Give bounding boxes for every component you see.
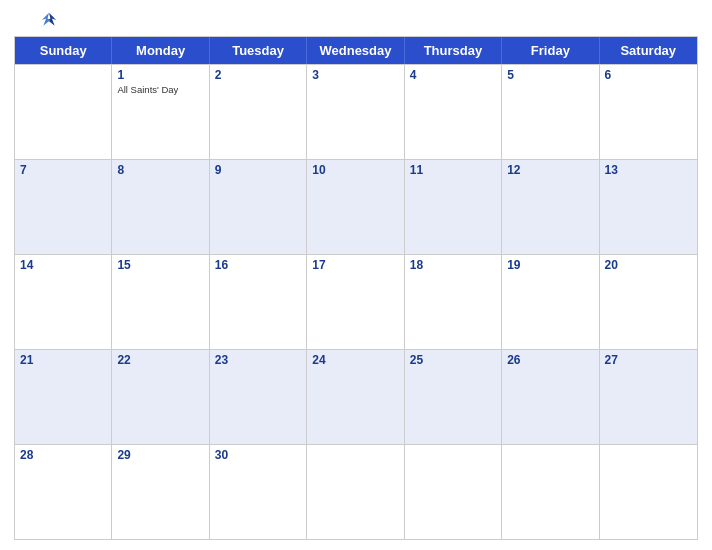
day-header-friday: Friday xyxy=(502,37,599,64)
day-cell: 23 xyxy=(210,350,307,444)
day-number: 25 xyxy=(410,353,496,367)
day-cell: 13 xyxy=(600,160,697,254)
day-header-sunday: Sunday xyxy=(15,37,112,64)
day-cell: 8 xyxy=(112,160,209,254)
day-cell: 19 xyxy=(502,255,599,349)
day-number: 13 xyxy=(605,163,692,177)
day-number: 18 xyxy=(410,258,496,272)
day-header-tuesday: Tuesday xyxy=(210,37,307,64)
day-number: 26 xyxy=(507,353,593,367)
day-number: 29 xyxy=(117,448,203,462)
day-cell: 22 xyxy=(112,350,209,444)
week-row-2: 78910111213 xyxy=(15,159,697,254)
day-cell: 5 xyxy=(502,65,599,159)
day-number: 10 xyxy=(312,163,398,177)
day-number: 17 xyxy=(312,258,398,272)
day-cell: 28 xyxy=(15,445,112,539)
day-number: 23 xyxy=(215,353,301,367)
week-row-4: 21222324252627 xyxy=(15,349,697,444)
day-cell: 1All Saints' Day xyxy=(112,65,209,159)
day-cell: 21 xyxy=(15,350,112,444)
day-cell: 14 xyxy=(15,255,112,349)
day-number: 15 xyxy=(117,258,203,272)
day-number: 9 xyxy=(215,163,301,177)
day-header-thursday: Thursday xyxy=(405,37,502,64)
day-number: 7 xyxy=(20,163,106,177)
day-cell: 16 xyxy=(210,255,307,349)
day-cell: 4 xyxy=(405,65,502,159)
calendar-page: SundayMondayTuesdayWednesdayThursdayFrid… xyxy=(0,0,712,550)
day-cell: 24 xyxy=(307,350,404,444)
day-cell: 15 xyxy=(112,255,209,349)
day-number: 11 xyxy=(410,163,496,177)
event-label: All Saints' Day xyxy=(117,84,203,95)
logo-bird-icon xyxy=(34,10,64,30)
day-header-monday: Monday xyxy=(112,37,209,64)
day-cell: 10 xyxy=(307,160,404,254)
day-cell xyxy=(600,445,697,539)
day-number: 30 xyxy=(215,448,301,462)
day-cell: 26 xyxy=(502,350,599,444)
day-number: 4 xyxy=(410,68,496,82)
day-cell: 2 xyxy=(210,65,307,159)
day-cell: 7 xyxy=(15,160,112,254)
day-number: 27 xyxy=(605,353,692,367)
day-cell: 12 xyxy=(502,160,599,254)
logo xyxy=(14,10,84,30)
day-cell: 25 xyxy=(405,350,502,444)
week-row-1: 1All Saints' Day23456 xyxy=(15,64,697,159)
day-number: 22 xyxy=(117,353,203,367)
day-number: 28 xyxy=(20,448,106,462)
day-cell: 6 xyxy=(600,65,697,159)
day-number: 19 xyxy=(507,258,593,272)
day-cell: 9 xyxy=(210,160,307,254)
week-row-3: 14151617181920 xyxy=(15,254,697,349)
day-cell: 20 xyxy=(600,255,697,349)
day-number: 1 xyxy=(117,68,203,82)
day-cell xyxy=(502,445,599,539)
day-headers-row: SundayMondayTuesdayWednesdayThursdayFrid… xyxy=(15,37,697,64)
day-cell xyxy=(405,445,502,539)
day-cell: 29 xyxy=(112,445,209,539)
day-number: 20 xyxy=(605,258,692,272)
day-cell: 3 xyxy=(307,65,404,159)
day-header-wednesday: Wednesday xyxy=(307,37,404,64)
day-cell: 30 xyxy=(210,445,307,539)
day-number: 21 xyxy=(20,353,106,367)
day-number: 5 xyxy=(507,68,593,82)
week-row-5: 282930 xyxy=(15,444,697,539)
day-cell: 27 xyxy=(600,350,697,444)
day-cell xyxy=(307,445,404,539)
day-number: 8 xyxy=(117,163,203,177)
day-number: 12 xyxy=(507,163,593,177)
calendar-grid: SundayMondayTuesdayWednesdayThursdayFrid… xyxy=(14,36,698,540)
day-number: 24 xyxy=(312,353,398,367)
day-number: 2 xyxy=(215,68,301,82)
day-cell: 18 xyxy=(405,255,502,349)
day-cell: 11 xyxy=(405,160,502,254)
calendar-weeks: 1All Saints' Day234567891011121314151617… xyxy=(15,64,697,539)
day-cell xyxy=(15,65,112,159)
day-number: 14 xyxy=(20,258,106,272)
day-header-saturday: Saturday xyxy=(600,37,697,64)
day-number: 6 xyxy=(605,68,692,82)
day-number: 3 xyxy=(312,68,398,82)
day-number: 16 xyxy=(215,258,301,272)
page-header xyxy=(14,10,698,30)
day-cell: 17 xyxy=(307,255,404,349)
